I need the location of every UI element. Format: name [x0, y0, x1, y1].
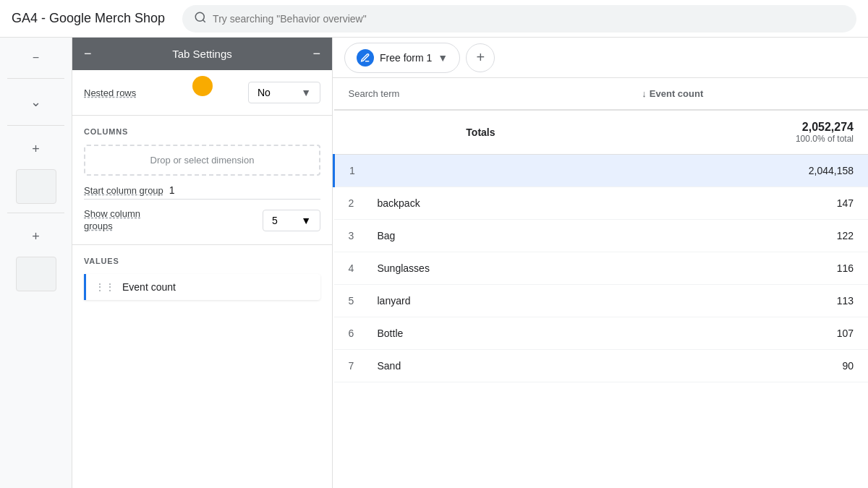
orange-indicator — [192, 76, 213, 96]
tab-add-button[interactable]: + — [466, 43, 495, 72]
panel-minimize-icon[interactable]: − — [84, 46, 92, 61]
columns-section: COLUMNS Drop or select dimension Start c… — [72, 116, 332, 245]
tab-free-form-1[interactable]: Free form 1 ▼ — [344, 43, 460, 73]
nested-rows-value: No — [258, 87, 271, 98]
cell-event-count: 122 — [627, 220, 868, 252]
sidebar-add-button-1[interactable]: + — [22, 134, 51, 163]
table-row: 3Bag122 — [334, 220, 869, 252]
cell-event-count: 90 — [627, 350, 868, 382]
sidebar-chevron-down-button[interactable]: ⌄ — [22, 87, 51, 116]
top-bar: GA4 - Google Merch Shop — [0, 0, 868, 38]
search-input[interactable] — [213, 13, 845, 25]
cell-row-search: 4Sunglasses — [334, 252, 628, 284]
totals-pct: 100.0% of total — [642, 134, 854, 144]
cell-row-search: 2backpack — [334, 187, 628, 219]
sort-desc-icon: ↓ — [642, 88, 647, 99]
cell-row-search: 1 — [335, 155, 627, 187]
totals-label: Totals — [334, 110, 628, 155]
show-column-groups-row: Show column groups 5 ▼ — [84, 208, 320, 233]
nested-rows-section: Nested rows No ▼ — [72, 70, 332, 116]
table-body: Totals 2,052,274 100.0% of total 12,044,… — [334, 110, 869, 382]
panel-header: − Tab Settings − — [72, 38, 332, 70]
cell-row-search: 7Sand — [334, 350, 628, 382]
sidebar-divider-1 — [7, 78, 64, 79]
table-header: Search term ↓ Event count — [334, 78, 869, 110]
start-column-group-value: 1 — [169, 184, 175, 196]
left-sidebar: − ⌄ + + — [0, 38, 72, 488]
cell-event-count: 147 — [627, 187, 868, 220]
tab-settings-panel: − Tab Settings − Nested rows No ▼ COLUMN… — [72, 38, 333, 488]
svg-line-1 — [203, 20, 205, 22]
nested-rows-label: Nested rows — [84, 87, 136, 98]
table-row: 4Sunglasses116 — [334, 252, 869, 285]
cell-row-search: 3Bag — [334, 220, 628, 252]
cell-event-count: 116 — [627, 252, 868, 285]
drop-dimension-label: Drop or select dimension — [150, 155, 255, 166]
cell-event-count: 113 — [627, 285, 868, 317]
svg-point-0 — [195, 12, 204, 21]
totals-value: 2,052,274 — [642, 121, 854, 134]
cell-row-search: 5lanyard — [334, 285, 628, 317]
sidebar-minimize-button[interactable]: − — [25, 46, 48, 69]
event-count-label: Event count — [122, 281, 176, 293]
values-section: VALUES ⋮⋮ Event count — [72, 245, 332, 312]
show-column-groups-arrow-icon: ▼ — [301, 215, 311, 226]
columns-section-label: COLUMNS — [84, 127, 320, 136]
nested-rows-row: Nested rows No ▼ — [84, 82, 320, 103]
tab-dropdown-icon[interactable]: ▼ — [438, 52, 448, 64]
show-column-groups-label: Show column groups — [84, 208, 171, 233]
drop-dimension-box[interactable]: Drop or select dimension — [84, 145, 320, 176]
nested-rows-arrow-icon: ▼ — [301, 87, 311, 98]
table-row: 2backpack147 — [334, 187, 869, 220]
sidebar-divider-3 — [7, 213, 64, 213]
cell-event-count: 2,044,158 — [627, 155, 868, 187]
values-section-label: VALUES — [84, 257, 320, 265]
app-title: GA4 - Google Merch Shop — [12, 11, 165, 26]
main-content: − ⌄ + + − Tab Settings − Nested rows — [0, 38, 868, 488]
start-column-underline — [84, 199, 320, 200]
table-row: 6Bottle107 — [334, 317, 869, 350]
start-column-group-label: Start column group — [84, 185, 163, 196]
col-header-search-term: Search term — [334, 78, 628, 110]
event-count-item: ⋮⋮ Event count — [84, 274, 320, 300]
event-count-drag-icon: ⋮⋮ — [95, 281, 115, 293]
sidebar-dropdown-area-1[interactable] — [16, 169, 56, 204]
cell-event-count: 107 — [627, 317, 868, 350]
tab-label: Free form 1 — [380, 52, 432, 64]
table-row: 5lanyard113 — [334, 285, 869, 317]
panel-close-icon[interactable]: − — [312, 46, 320, 61]
data-area: Free form 1 ▼ + Search term — [333, 38, 868, 488]
totals-row: Totals 2,052,274 100.0% of total — [334, 110, 869, 155]
panel-title: Tab Settings — [172, 48, 232, 60]
table-row: 7Sand90 — [334, 350, 869, 382]
show-column-groups-value: 5 — [272, 215, 278, 226]
data-table: Search term ↓ Event count — [333, 78, 868, 382]
tab-edit-icon — [357, 49, 374, 67]
totals-value-cell: 2,052,274 100.0% of total — [627, 110, 868, 155]
nested-rows-select[interactable]: No ▼ — [248, 82, 320, 103]
sidebar-dropdown-area-2[interactable] — [16, 257, 56, 291]
table-row: 12,044,158 — [334, 155, 869, 187]
cell-row-search: 6Bottle — [334, 317, 628, 349]
search-bar[interactable] — [182, 5, 856, 33]
sidebar-add-button-2[interactable]: + — [22, 222, 51, 251]
col-header-event-count[interactable]: ↓ Event count — [627, 78, 868, 110]
search-icon — [194, 11, 207, 27]
show-column-groups-select[interactable]: 5 ▼ — [263, 210, 320, 231]
start-column-group-row: Start column group 1 — [84, 184, 320, 196]
data-table-wrap[interactable]: Search term ↓ Event count — [333, 78, 868, 488]
sidebar-divider-2 — [7, 125, 64, 126]
tabs-bar: Free form 1 ▼ + — [333, 38, 868, 78]
